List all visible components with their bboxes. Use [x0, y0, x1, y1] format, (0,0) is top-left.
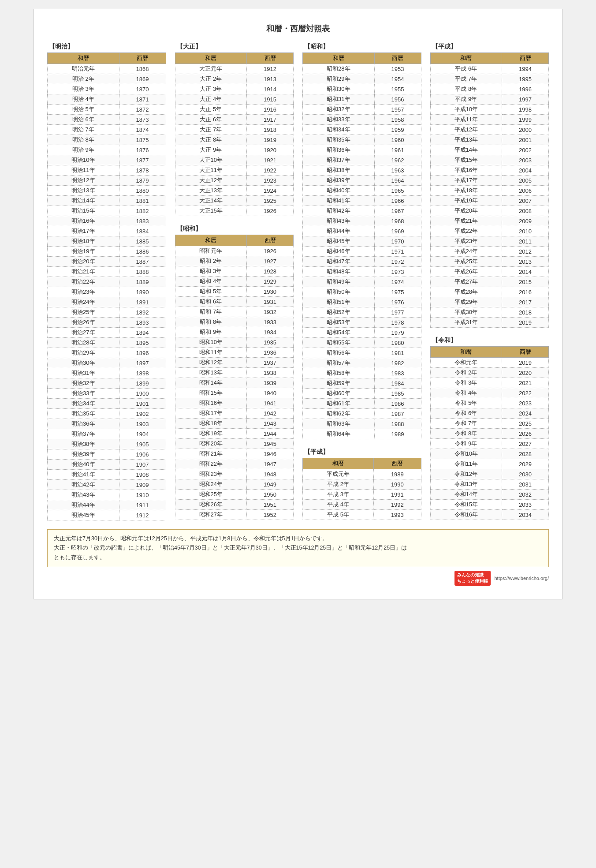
- table-row: 昭和29年1954: [303, 74, 421, 84]
- footer-logo-text: みんなの知識ちょっと便利帳: [457, 572, 488, 584]
- table-cell: 1926: [247, 206, 294, 216]
- table-cell: 明治45年: [48, 510, 119, 520]
- table-cell: 1963: [374, 165, 421, 176]
- table-cell: 2011: [502, 236, 549, 247]
- table-row: 明治40年1907: [48, 460, 166, 470]
- table-cell: 2014: [502, 267, 549, 277]
- table-row: 昭和25年1950: [175, 490, 294, 500]
- table-row: 明治10年1877: [48, 155, 166, 165]
- table-cell: 平成 5年: [303, 510, 374, 520]
- showa-col3-table: 和暦 西暦 昭和28年1953昭和29年1954昭和30年1955昭和31年19…: [302, 52, 421, 439]
- table-cell: 1919: [247, 135, 294, 145]
- table-cell: 1968: [374, 216, 421, 226]
- showa3-header: 【昭和】: [302, 41, 421, 52]
- table-cell: 昭和37年: [303, 155, 375, 165]
- table-row: 明治 3年1870: [48, 84, 166, 94]
- table-cell: 2027: [502, 439, 549, 449]
- table-cell: 昭和 2年: [175, 256, 247, 266]
- table-cell: 明治35年: [48, 409, 119, 419]
- table-cell: 1882: [119, 206, 166, 216]
- table-cell: 2025: [502, 419, 549, 429]
- table-row: 大正 3年1914: [175, 84, 294, 94]
- table-row: 明治35年1902: [48, 409, 166, 419]
- table-cell: 1908: [119, 470, 166, 480]
- heisei-col4-table: 和暦 西暦 平成 6年1994平成 7年1995平成 8年1996平成 9年19…: [430, 52, 549, 328]
- table-cell: 1958: [374, 115, 421, 125]
- table-row: 昭和 2年1927: [175, 256, 294, 266]
- table-row: 平成14年2002: [430, 145, 549, 155]
- table-cell: 昭和57年: [303, 358, 375, 368]
- table-row: 平成19年2007: [430, 196, 549, 206]
- table-row: 昭和17年1942: [175, 408, 294, 419]
- table-row: 明治 7年1874: [48, 125, 166, 135]
- table-cell: 1964: [374, 176, 421, 186]
- table-cell: 明治 2年: [48, 74, 119, 84]
- table-cell: 1900: [119, 389, 166, 399]
- page-container: 和暦・西暦対照表 【明治】 和暦 西暦 明治元年1868明治 2年1869明治 …: [34, 9, 562, 599]
- table-cell: 1934: [247, 327, 294, 337]
- table-row: 平成 4年1992: [303, 500, 421, 510]
- table-cell: 1925: [247, 196, 294, 206]
- table-cell: 昭和53年: [303, 318, 375, 328]
- table-cell: 2022: [502, 388, 549, 398]
- table-cell: 明治36年: [48, 419, 119, 429]
- table-cell: 1987: [374, 409, 421, 419]
- table-cell: 昭和36年: [303, 145, 375, 155]
- table-row: 明治22年1889: [48, 277, 166, 287]
- table-row: 昭和40年1965: [303, 186, 421, 196]
- main-grid: 【明治】 和暦 西暦 明治元年1868明治 2年1869明治 3年1870明治 …: [47, 41, 549, 520]
- table-row: 昭和36年1961: [303, 145, 421, 155]
- table-cell: 明治29年: [48, 348, 119, 358]
- table-row: 令和16年2034: [430, 510, 549, 520]
- table-row: 明治34年1901: [48, 399, 166, 409]
- table-cell: 大正 8年: [175, 135, 247, 145]
- table-cell: 1894: [119, 328, 166, 338]
- table-row: 令和 8年2026: [430, 429, 549, 439]
- table-cell: 1939: [247, 378, 294, 388]
- table-cell: 明治38年: [48, 439, 119, 449]
- table-row: 平成29年2017: [430, 297, 549, 307]
- table-cell: 昭和56年: [303, 348, 375, 358]
- table-cell: 1991: [374, 490, 421, 500]
- table-row: 明治14年1881: [48, 196, 166, 206]
- table-row: 明治21年1888: [48, 267, 166, 277]
- table-cell: 1994: [502, 64, 549, 74]
- table-cell: 平成 6年: [430, 64, 502, 74]
- table-row: 大正10年1921: [175, 155, 294, 165]
- table-cell: 1920: [247, 145, 294, 155]
- table-cell: 昭和26年: [175, 500, 247, 510]
- table-cell: 昭和40年: [303, 186, 375, 196]
- table-cell: 明治32年: [48, 378, 119, 389]
- table-cell: 明治33年: [48, 389, 119, 399]
- heisei4-reiwa-section: 【平成】 和暦 西暦 平成 6年1994平成 7年1995平成 8年1996平成…: [430, 41, 549, 520]
- table-cell: 昭和元年: [175, 246, 247, 256]
- table-cell: 昭和22年: [175, 459, 247, 469]
- showa2-col2-header: 西暦: [247, 235, 294, 246]
- showa3-heisei3-section: 【昭和】 和暦 西暦 昭和28年1953昭和29年1954昭和30年1955昭和…: [302, 41, 421, 520]
- table-row: 昭和57年1982: [303, 358, 421, 368]
- table-cell: 昭和27年: [175, 510, 247, 520]
- table-row: 平成26年2014: [430, 267, 549, 277]
- table-cell: 大正 6年: [175, 115, 247, 125]
- table-cell: 昭和47年: [303, 257, 375, 267]
- table-cell: 2009: [502, 216, 549, 226]
- table-cell: 昭和32年: [303, 105, 375, 115]
- table-cell: 1922: [247, 165, 294, 176]
- table-row: 令和 6年2024: [430, 408, 549, 419]
- table-row: 昭和56年1981: [303, 348, 421, 358]
- table-cell: 1902: [119, 409, 166, 419]
- table-cell: 1932: [247, 307, 294, 317]
- table-row: 明治元年1868: [48, 64, 166, 74]
- table-row: 令和 5年2023: [430, 398, 549, 408]
- table-cell: 1871: [119, 94, 166, 105]
- page-title: 和暦・西暦対照表: [47, 18, 549, 41]
- table-cell: 令和 8年: [430, 429, 502, 439]
- table-cell: 2017: [502, 297, 549, 307]
- table-cell: 1975: [374, 287, 421, 297]
- table-cell: 1971: [374, 247, 421, 257]
- table-row: 明治23年1890: [48, 287, 166, 297]
- table-cell: 1972: [374, 257, 421, 267]
- table-cell: 明治31年: [48, 368, 119, 378]
- table-row: 昭和 5年1930: [175, 287, 294, 297]
- table-cell: 1906: [119, 449, 166, 460]
